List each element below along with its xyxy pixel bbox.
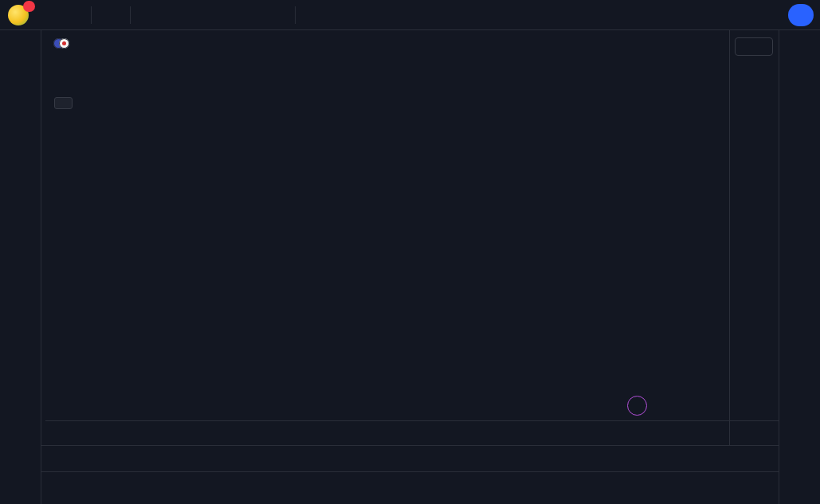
axis-settings-corner[interactable] xyxy=(729,420,779,445)
save-layout-button[interactable] xyxy=(699,3,723,27)
compare-add-button[interactable] xyxy=(61,3,84,27)
bar-replay-button[interactable] xyxy=(265,3,288,27)
jpy-flag-icon xyxy=(59,38,69,49)
cloud-sync-button[interactable] xyxy=(758,3,782,27)
redo-button[interactable] xyxy=(328,3,351,27)
toolbar-divider xyxy=(91,6,92,24)
candlestick-chart[interactable] xyxy=(45,30,729,420)
right-sidebar xyxy=(779,30,820,504)
publish-button[interactable] xyxy=(788,4,814,26)
chart-type-button[interactable] xyxy=(137,3,161,27)
layout-chevron-button[interactable] xyxy=(732,3,756,27)
indicators-chevron-button[interactable] xyxy=(188,3,212,27)
panel-expand-button[interactable] xyxy=(708,476,732,500)
top-toolbar xyxy=(0,0,820,30)
tradingview-app xyxy=(0,0,820,504)
toolbar-divider xyxy=(295,6,296,24)
collapse-legend-button[interactable] xyxy=(54,97,73,109)
currency-pair-flags-icon xyxy=(53,38,69,49)
chart-legend xyxy=(53,35,82,86)
create-alert-button[interactable] xyxy=(239,3,263,27)
toolbar-divider xyxy=(130,6,131,24)
chart-plot[interactable] xyxy=(45,30,729,420)
magic-ai-button[interactable] xyxy=(627,396,647,416)
ema-legend-row[interactable] xyxy=(53,68,82,86)
notification-badge xyxy=(23,1,35,12)
undo-button[interactable] xyxy=(302,3,326,27)
currency-unit-select[interactable] xyxy=(735,37,773,56)
user-avatar[interactable] xyxy=(6,3,33,27)
main-area xyxy=(41,30,779,504)
range-toolbar xyxy=(41,445,779,471)
layout-grid-button[interactable] xyxy=(214,3,237,27)
go-to-date-button[interactable] xyxy=(51,447,75,471)
bottom-panel-tabs xyxy=(41,471,779,504)
timeframe-chevron-button[interactable] xyxy=(100,3,124,27)
ema-legend-row[interactable] xyxy=(53,51,82,68)
price-axis[interactable] xyxy=(729,30,779,420)
indicators-button[interactable] xyxy=(163,3,186,27)
chart-container xyxy=(41,30,779,445)
panel-restore-button[interactable] xyxy=(745,476,769,500)
time-axis[interactable] xyxy=(45,420,729,445)
drawing-toolbar xyxy=(0,30,41,504)
panel-controls xyxy=(708,476,769,500)
symbol-search[interactable] xyxy=(35,3,59,27)
